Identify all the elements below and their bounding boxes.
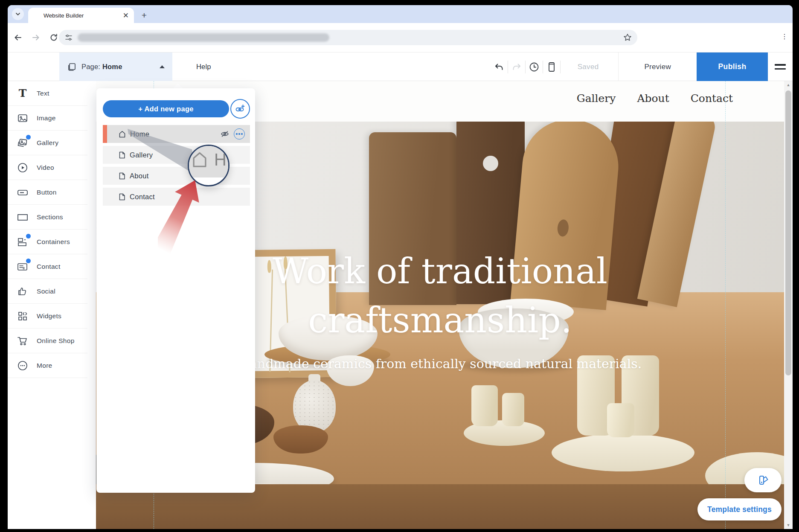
url-bar[interactable] — [59, 30, 637, 45]
page-row-home[interactable]: Home — [103, 125, 250, 143]
sidebar-item-button[interactable]: Button — [8, 180, 87, 205]
scroll-up-icon[interactable]: ▲ — [784, 81, 793, 89]
help-button[interactable]: Help — [196, 52, 211, 81]
sidebar-item-online-shop[interactable]: Online Shop — [8, 329, 87, 353]
sidebar-item-image[interactable]: Image — [8, 106, 87, 131]
layout-guide-right — [725, 81, 726, 529]
sidebar-item-video[interactable]: Video — [8, 155, 87, 180]
undo-button[interactable] — [491, 62, 508, 72]
sidebar-item-text[interactable]: T Text — [8, 81, 87, 106]
tab-search-button[interactable] — [12, 8, 24, 20]
contact-icon — [16, 260, 29, 273]
video-icon — [16, 161, 29, 174]
image-icon — [16, 112, 29, 125]
new-badge — [26, 135, 31, 140]
page-icon — [118, 172, 126, 180]
sidebar-item-widgets[interactable]: Widgets — [8, 304, 87, 329]
page-selector-label: Page: — [81, 63, 100, 70]
add-new-page-button[interactable]: + Add new page — [103, 100, 229, 117]
site-nav-contact[interactable]: Contact — [691, 92, 733, 105]
speckled-jar — [293, 380, 336, 432]
pages-icon — [67, 62, 76, 72]
new-tab-button[interactable]: + — [138, 9, 150, 21]
new-badge — [26, 234, 31, 238]
redo-button[interactable] — [508, 62, 525, 72]
text-icon: T — [16, 87, 29, 100]
sidebar-item-containers[interactable]: Containers — [8, 230, 87, 254]
site-settings-icon[interactable] — [65, 34, 73, 41]
style-palette-button[interactable] — [744, 468, 782, 492]
browser-menu-icon[interactable]: ⋮ — [780, 32, 789, 41]
pages-panel: + Add new page Home Gallery About Contac… — [96, 88, 255, 493]
cart-icon — [16, 334, 29, 347]
scrollbar-thumb[interactable] — [785, 90, 791, 375]
tab-close-icon[interactable]: ✕ — [123, 12, 129, 19]
chevron-down-icon — [15, 12, 20, 17]
hidden-eye-icon[interactable] — [220, 129, 230, 139]
sidebar-item-social[interactable]: Social — [8, 279, 87, 304]
site-nav-about[interactable]: About — [637, 92, 669, 105]
browser-navbar: ⋮ — [8, 23, 793, 52]
more-icon — [16, 359, 29, 372]
page-selector-value: Home — [102, 63, 122, 70]
saved-status: Saved — [561, 63, 619, 71]
home-icon — [118, 130, 126, 138]
containers-icon — [16, 235, 29, 248]
home-icon-zoomed — [190, 150, 209, 169]
sidebar-item-more[interactable]: More — [8, 353, 87, 378]
browser-tabstrip: Website Builder ✕ + — [8, 5, 793, 23]
palette-icon — [757, 474, 769, 486]
screenshot-stage: Website Builder ✕ + ⋮ Page: Home — [0, 0, 799, 532]
site-nav: Gallery About Contact — [577, 92, 733, 105]
widgets-icon — [16, 310, 29, 323]
magnified-letter: H — [214, 150, 227, 169]
new-badge — [26, 259, 31, 263]
active-page-accent — [103, 125, 107, 143]
cream-plate — [552, 434, 694, 471]
bookmark-star-icon[interactable] — [623, 33, 632, 44]
sidebar-item-gallery[interactable]: Gallery — [8, 131, 87, 155]
page-row-contact[interactable]: Contact — [103, 188, 250, 206]
back-button[interactable] — [10, 30, 26, 45]
forward-button[interactable] — [28, 30, 44, 45]
preview-button[interactable]: Preview — [619, 63, 697, 71]
site-nav-gallery[interactable]: Gallery — [577, 92, 616, 105]
canvas-scrollbar[interactable]: ▲ ▼ — [784, 81, 793, 529]
elements-sidebar: T Text Image Gallery Video Bu — [8, 81, 87, 529]
add-link-button[interactable] — [230, 99, 250, 119]
link-plus-icon — [235, 104, 245, 114]
sections-icon — [16, 211, 29, 224]
thumb-up-icon — [16, 285, 29, 298]
page-selector[interactable]: Page: Home — [59, 52, 172, 81]
blurred-url-text — [78, 33, 329, 42]
browser-window: Website Builder ✕ + ⋮ Page: Home — [8, 5, 793, 529]
sidebar-item-sections[interactable]: Sections — [8, 205, 87, 230]
tab-title: Website Builder — [33, 12, 123, 19]
browser-tab[interactable]: Website Builder ✕ — [28, 8, 134, 23]
page-icon — [118, 151, 126, 159]
scroll-down-icon[interactable]: ▼ — [784, 521, 793, 529]
page-icon — [118, 193, 126, 201]
gallery-icon — [16, 137, 29, 149]
small-cream-cup — [471, 385, 498, 426]
builder-toolbar: Page: Home Help Saved Preview Pub — [8, 52, 793, 81]
small-cream-cup — [607, 403, 634, 437]
mobile-view-button[interactable] — [543, 61, 560, 73]
small-cream-cup — [502, 393, 524, 426]
button-icon — [16, 186, 29, 199]
menu-icon[interactable] — [768, 64, 793, 69]
template-settings-button[interactable]: Template settings — [697, 498, 782, 520]
page-more-button[interactable] — [234, 128, 245, 140]
publish-button[interactable]: Publish — [697, 52, 768, 81]
caret-up-icon — [160, 65, 165, 68]
sidebar-item-contact[interactable]: Contact — [8, 254, 87, 279]
history-button[interactable] — [526, 61, 543, 73]
magnifier-circle: H — [188, 145, 230, 186]
